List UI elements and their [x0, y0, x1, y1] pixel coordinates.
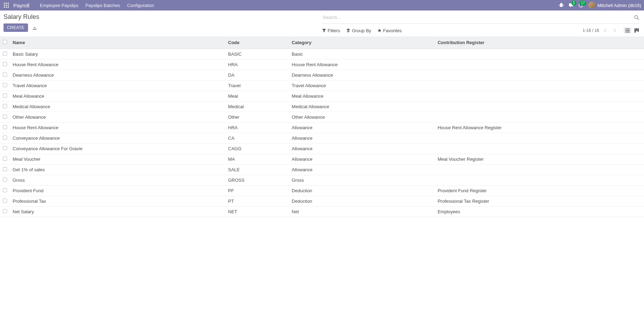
cell-name: Dearness Allowance — [10, 70, 225, 81]
table-row[interactable]: Meal AllowanceMealMeal Allowance — [0, 91, 644, 102]
cell-code: BASIC — [225, 49, 289, 60]
cell-category: Basic — [289, 49, 435, 60]
activity-badge: 17 — [580, 1, 586, 6]
svg-rect-3 — [4, 5, 5, 6]
apps-icon[interactable] — [3, 2, 10, 9]
table-row[interactable]: Conveyance AllowanceCAAllowance — [0, 133, 644, 144]
table-row[interactable]: Net SalaryNETNetEmployees — [0, 207, 644, 217]
cell-register: Professional Tax Register — [435, 196, 644, 207]
kanban-view-icon[interactable] — [633, 27, 640, 34]
pager-prev[interactable] — [603, 28, 608, 33]
cell-category: Dearness Allowance — [289, 70, 435, 81]
nav-item-config[interactable]: Configuration — [124, 3, 158, 8]
cell-register — [435, 102, 644, 112]
table-row[interactable]: Get 1% of salesSALEAllowance — [0, 165, 644, 175]
list-view-icon[interactable] — [624, 27, 631, 34]
col-name[interactable]: Name — [10, 36, 225, 49]
cell-register — [435, 81, 644, 91]
toolbar: Filters Group By Favorites 1-16 / 16 — [322, 27, 640, 34]
col-code[interactable]: Code — [225, 36, 289, 49]
nav-item-batches[interactable]: Payslips Batches — [82, 3, 124, 8]
cell-register — [435, 60, 644, 70]
row-checkbox[interactable] — [3, 72, 7, 77]
row-checkbox[interactable] — [3, 209, 7, 213]
pager-text: 1-16 / 16 — [583, 28, 599, 33]
row-checkbox[interactable] — [3, 157, 7, 161]
groupby-label: Group By — [352, 28, 371, 33]
cell-code: Meal — [225, 91, 289, 102]
svg-rect-5 — [8, 5, 9, 6]
activity-icon[interactable]: 17 — [578, 3, 583, 8]
row-checkbox[interactable] — [3, 188, 7, 192]
messages-icon[interactable]: 5 — [569, 3, 574, 8]
star-icon — [377, 28, 382, 33]
row-checkbox[interactable] — [3, 136, 7, 140]
table-row[interactable]: Medical AllowanceMedicalMedical Allowanc… — [0, 102, 644, 112]
groupby-button[interactable]: Group By — [346, 28, 371, 33]
svg-rect-6 — [4, 7, 5, 8]
search-input[interactable] — [322, 13, 633, 21]
cell-code: DA — [225, 70, 289, 81]
svg-rect-13 — [625, 32, 630, 33]
cell-name: Gross — [10, 175, 225, 186]
svg-point-10 — [635, 15, 638, 19]
table-row[interactable]: Provident FundPFDeductionProvident Fund … — [0, 186, 644, 196]
row-checkbox[interactable] — [3, 51, 7, 56]
cell-register: Provident Fund Register — [435, 186, 644, 196]
svg-rect-12 — [625, 30, 630, 31]
favorites-button[interactable]: Favorites — [377, 28, 402, 33]
table-row[interactable]: House Rent AllowanceHRAAllowanceHouse Re… — [0, 123, 644, 133]
row-checkbox[interactable] — [3, 125, 7, 129]
col-category[interactable]: Category — [289, 36, 435, 49]
cell-category: Net — [289, 207, 435, 217]
cell-name: Basic Salary — [10, 49, 225, 60]
favorites-label: Favorites — [383, 28, 402, 33]
debug-icon[interactable] — [559, 3, 564, 8]
table-row[interactable]: Conveyance Allowance For GravieCAGGAllow… — [0, 144, 644, 154]
svg-rect-1 — [6, 3, 7, 4]
cell-name: Conveyance Allowance — [10, 133, 225, 144]
view-switcher — [624, 27, 640, 34]
cell-register — [435, 91, 644, 102]
pager-next[interactable] — [612, 28, 617, 33]
chevron-right-icon — [613, 28, 616, 33]
row-checkbox[interactable] — [3, 93, 7, 98]
rules-table: Name Code Category Contribution Register… — [0, 36, 644, 217]
row-checkbox[interactable] — [3, 62, 7, 66]
filters-button[interactable]: Filters — [322, 28, 340, 33]
svg-rect-2 — [8, 3, 9, 4]
create-button[interactable]: CREATE — [4, 23, 28, 32]
row-checkbox[interactable] — [3, 199, 7, 203]
cell-code: PT — [225, 196, 289, 207]
row-checkbox[interactable] — [3, 178, 7, 182]
cell-name: Get 1% of sales — [10, 165, 225, 175]
nav-brand[interactable]: Payroll — [13, 2, 29, 8]
table-row[interactable]: Meal VoucherMAAllowanceMeal Voucher Regi… — [0, 154, 644, 165]
table-row[interactable]: Dearness AllowanceDADearness Allowance — [0, 70, 644, 81]
cell-name: Meal Allowance — [10, 91, 225, 102]
table-row[interactable]: Professional TaxPTDeductionProfessional … — [0, 196, 644, 207]
user-menu[interactable]: Mitchell Admin (db16) — [588, 2, 641, 9]
cell-register — [435, 112, 644, 123]
row-checkbox[interactable] — [3, 146, 7, 150]
table-row[interactable]: Travel AllowanceTravelTravel Allowance — [0, 81, 644, 91]
table-row[interactable]: Other AllowanceOtherOther Allowance — [0, 112, 644, 123]
search-icon[interactable] — [633, 15, 640, 20]
select-all-checkbox[interactable] — [3, 40, 7, 44]
row-checkbox[interactable] — [3, 104, 7, 108]
row-checkbox[interactable] — [3, 83, 7, 87]
col-register[interactable]: Contribution Register — [435, 36, 644, 49]
table-row[interactable]: House Rent AllowanceHRAHouse Rent Allowa… — [0, 60, 644, 70]
cell-register — [435, 175, 644, 186]
cell-code: SALE — [225, 165, 289, 175]
nav-item-payslips[interactable]: Employee Payslips — [36, 3, 82, 8]
table-row[interactable]: GrossGROSSGross — [0, 175, 644, 186]
import-icon[interactable] — [32, 25, 37, 30]
cell-category: Other Allowance — [289, 112, 435, 123]
row-checkbox[interactable] — [3, 115, 7, 119]
cell-name: House Rent Allowance — [10, 60, 225, 70]
cell-code: Travel — [225, 81, 289, 91]
row-checkbox[interactable] — [3, 167, 7, 171]
svg-rect-0 — [4, 3, 5, 4]
table-row[interactable]: Basic SalaryBASICBasic — [0, 49, 644, 60]
